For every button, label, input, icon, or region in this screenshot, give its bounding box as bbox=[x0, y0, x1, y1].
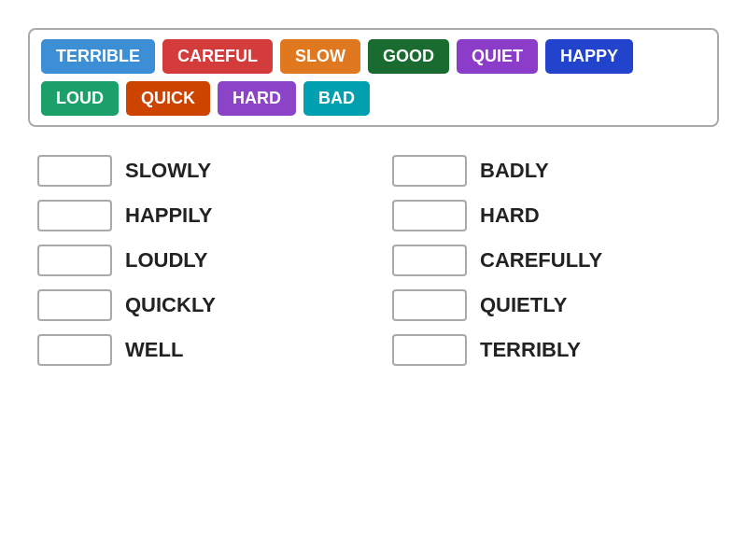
match-item-loudly: LOUDLY bbox=[37, 245, 355, 276]
word-chip-terrible[interactable]: TERRIBLE bbox=[41, 39, 155, 74]
drop-box-quickly[interactable] bbox=[37, 289, 112, 321]
match-label-quietly: QUIETLY bbox=[480, 293, 567, 317]
drop-box-slowly[interactable] bbox=[37, 155, 112, 187]
word-chip-slow[interactable]: SLOW bbox=[280, 39, 360, 74]
match-item-carefully: CAREFULLY bbox=[392, 245, 710, 276]
match-label-hard2: HARD bbox=[480, 203, 540, 228]
match-area: SLOWLYBADLYHAPPILYHARDLOUDLYCAREFULLYQUI… bbox=[28, 155, 719, 366]
word-chip-quick[interactable]: QUICK bbox=[126, 81, 210, 116]
word-chip-loud[interactable]: LOUD bbox=[41, 81, 119, 116]
drop-box-carefully[interactable] bbox=[392, 245, 467, 276]
match-label-slowly: SLOWLY bbox=[125, 159, 211, 183]
match-label-carefully: CAREFULLY bbox=[480, 248, 602, 273]
drop-box-well[interactable] bbox=[37, 334, 112, 366]
match-label-loudly: LOUDLY bbox=[125, 248, 207, 273]
match-item-happily: HAPPILY bbox=[37, 200, 355, 231]
word-chip-hard[interactable]: HARD bbox=[218, 81, 296, 116]
drop-box-loudly[interactable] bbox=[37, 245, 112, 276]
match-item-terribly: TERRIBLY bbox=[392, 334, 710, 366]
word-chip-good[interactable]: GOOD bbox=[368, 39, 449, 74]
match-label-happily: HAPPILY bbox=[125, 203, 212, 228]
word-chip-quiet[interactable]: QUIET bbox=[457, 39, 538, 74]
match-label-well: WELL bbox=[125, 338, 183, 362]
match-item-quickly: QUICKLY bbox=[37, 289, 355, 321]
match-label-terribly: TERRIBLY bbox=[480, 338, 581, 362]
drop-box-terribly[interactable] bbox=[392, 334, 467, 366]
match-label-quickly: QUICKLY bbox=[125, 293, 216, 317]
word-chip-happy[interactable]: HAPPY bbox=[545, 39, 633, 74]
match-item-quietly: QUIETLY bbox=[392, 289, 710, 321]
drop-box-hard2[interactable] bbox=[392, 200, 467, 231]
word-chip-careful[interactable]: CAREFUL bbox=[162, 39, 273, 74]
match-item-slowly: SLOWLY bbox=[37, 155, 355, 187]
drop-box-badly[interactable] bbox=[392, 155, 467, 187]
match-item-well: WELL bbox=[37, 334, 355, 366]
page: TERRIBLECAREFULSLOWGOODQUIETHAPPYLOUDQUI… bbox=[28, 28, 719, 366]
word-chip-bad[interactable]: BAD bbox=[303, 81, 370, 116]
word-bank: TERRIBLECAREFULSLOWGOODQUIETHAPPYLOUDQUI… bbox=[28, 28, 719, 127]
drop-box-happily[interactable] bbox=[37, 200, 112, 231]
match-item-badly: BADLY bbox=[392, 155, 710, 187]
drop-box-quietly[interactable] bbox=[392, 289, 467, 321]
match-item-hard2: HARD bbox=[392, 200, 710, 231]
match-label-badly: BADLY bbox=[480, 159, 549, 183]
